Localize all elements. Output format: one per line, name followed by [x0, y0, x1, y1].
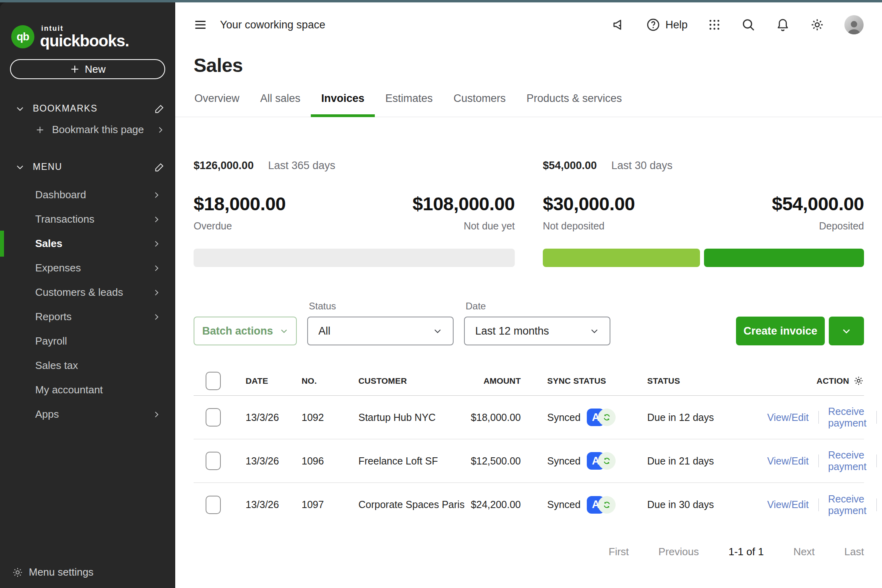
menu-section-header[interactable]: MENU — [15, 161, 165, 172]
avatar[interactable] — [844, 15, 864, 34]
row-checkbox[interactable] — [206, 496, 221, 514]
deposited-bar-segment[interactable] — [704, 249, 864, 267]
view-edit-link[interactable]: View/Edit — [767, 499, 809, 510]
quickbooks-logo: qb intuit quickbooks. — [11, 25, 175, 49]
col-header-sync-status[interactable]: SYNC STATUS — [521, 376, 647, 386]
receive-payment-link[interactable]: Receive payment — [828, 406, 867, 429]
megaphone-icon[interactable] — [612, 18, 626, 32]
view-edit-link[interactable]: View/Edit — [767, 455, 809, 467]
invoice-row-1096[interactable]: 13/3/26 1096 Freelance Loft SF $12,500.0… — [194, 439, 864, 483]
row-checkbox[interactable] — [206, 408, 221, 427]
menu-label: MENU — [33, 161, 154, 172]
sidebar-item-expenses[interactable]: Expenses — [0, 256, 175, 280]
main-content: Your coworking space Help — [175, 2, 882, 588]
search-icon[interactable] — [741, 18, 756, 32]
sync-status-text: Synced — [547, 499, 580, 510]
sidebar-item-customers-leads[interactable]: Customers & leads — [0, 280, 175, 305]
chevron-down-icon — [590, 326, 599, 336]
intuit-label: intuit — [41, 25, 129, 32]
sidebar-item-sales-tax[interactable]: Sales tax — [0, 353, 175, 378]
gear-icon — [12, 567, 23, 578]
chevron-down-icon — [841, 326, 852, 336]
apps-grid-icon[interactable] — [708, 18, 721, 32]
tab-products-services[interactable]: Products & services — [516, 92, 632, 117]
edit-bookmarks-icon[interactable] — [154, 104, 165, 114]
sidebar-item-dashboard[interactable]: Dashboard — [0, 183, 175, 207]
cell-customer: Freelance Loft SF — [358, 455, 467, 467]
edit-menu-icon[interactable] — [154, 162, 165, 172]
cell-invoice-number: 1092 — [302, 412, 358, 423]
batch-actions-label: Batch actions — [202, 325, 273, 337]
pagination-first[interactable]: First — [609, 546, 629, 558]
col-header-date[interactable]: DATE — [246, 376, 302, 386]
receivables-bar-segment[interactable] — [194, 249, 515, 267]
deposits-stat-group: $54,000.00 Last 30 days $30,000.00 $54,0… — [543, 159, 864, 267]
tab-bar: Overview All sales Invoices Estimates Cu… — [175, 92, 882, 117]
col-header-no[interactable]: NO. — [302, 376, 358, 386]
sidebar-item-payroll[interactable]: Payroll — [0, 329, 175, 353]
pagination-range: 1-1 of 1 — [728, 546, 764, 558]
new-button[interactable]: New — [10, 59, 165, 79]
invoice-row-1092[interactable]: 13/3/26 1092 Startup Hub NYC $18,000.00 … — [194, 396, 864, 439]
date-filter: Date Last 12 months — [464, 301, 610, 345]
deposited-label: Deposited — [819, 220, 864, 232]
create-invoice-label: Create invoice — [744, 325, 818, 337]
chevron-right-icon — [152, 191, 161, 199]
pagination-last[interactable]: Last — [844, 546, 864, 558]
table-settings-gear-icon[interactable] — [853, 375, 864, 386]
plus-icon — [70, 64, 80, 74]
batch-actions-button[interactable]: Batch actions — [194, 317, 297, 345]
not-due-amount: $108,000.00 — [412, 193, 515, 215]
status-filter: Status All — [307, 301, 454, 345]
menu-settings-button[interactable]: Menu settings — [0, 566, 175, 588]
cell-action: View/Edit Receive payment — [767, 449, 882, 472]
cell-date: 13/3/26 — [246, 455, 302, 467]
tab-all-sales[interactable]: All sales — [250, 92, 311, 117]
col-header-amount[interactable]: AMOUNT — [467, 376, 521, 386]
cell-invoice-number: 1096 — [302, 455, 358, 467]
cell-status: Due in 30 days — [647, 499, 767, 510]
hamburger-menu-icon[interactable] — [194, 18, 207, 32]
bell-icon[interactable] — [776, 18, 790, 32]
invoice-row-1097[interactable]: 13/3/26 1097 Corporate Spaces Paris $24,… — [194, 483, 864, 526]
tab-customers[interactable]: Customers — [443, 92, 516, 117]
col-header-customer[interactable]: CUSTOMER — [358, 376, 467, 386]
sidebar-item-label: Expenses — [35, 262, 81, 274]
deposited-amount: $54,000.00 — [772, 193, 864, 215]
brand-wordmark: intuit quickbooks. — [40, 25, 129, 49]
sidebar-item-sales[interactable]: Sales — [0, 231, 175, 256]
sidebar-item-reports[interactable]: Reports — [0, 305, 175, 329]
receive-payment-link[interactable]: Receive payment — [828, 493, 867, 516]
col-header-status[interactable]: STATUS — [647, 376, 767, 386]
sidebar-item-apps[interactable]: Apps — [0, 402, 175, 427]
gear-icon[interactable] — [810, 18, 824, 32]
create-invoice-button[interactable]: Create invoice — [736, 317, 825, 345]
cell-customer: Startup Hub NYC — [358, 412, 467, 423]
sidebar-item-transactions[interactable]: Transactions — [0, 207, 175, 231]
bookmarks-section-header[interactable]: BOOKMARKS — [15, 103, 165, 114]
chevron-down-icon — [433, 326, 442, 336]
action-separator — [876, 498, 877, 511]
pagination-previous[interactable]: Previous — [658, 546, 699, 558]
tab-invoices[interactable]: Invoices — [311, 92, 375, 117]
sidebar-item-label: Apps — [35, 408, 59, 421]
stats-section: $126,000.00 Last 365 days $18,000.00 $10… — [194, 159, 864, 267]
tab-estimates[interactable]: Estimates — [375, 92, 443, 117]
chevron-down-icon — [280, 327, 288, 335]
chevron-right-icon — [152, 239, 161, 248]
row-checkbox[interactable] — [206, 452, 221, 470]
sidebar-item-label: Transactions — [35, 213, 94, 225]
help-button[interactable]: Help — [646, 18, 688, 32]
status-select[interactable]: All — [307, 317, 454, 345]
pagination-next[interactable]: Next — [793, 546, 814, 558]
bookmark-this-page[interactable]: Bookmark this page — [35, 124, 165, 136]
sidebar-item-my-accountant[interactable]: My accountant — [0, 378, 175, 402]
select-all-checkbox[interactable] — [206, 372, 221, 390]
view-edit-link[interactable]: View/Edit — [767, 412, 809, 423]
date-select[interactable]: Last 12 months — [464, 317, 610, 345]
create-invoice-dropdown-button[interactable] — [829, 317, 864, 345]
not-deposited-bar-segment[interactable] — [543, 249, 700, 267]
receive-payment-link[interactable]: Receive payment — [828, 449, 867, 472]
tab-overview[interactable]: Overview — [184, 92, 250, 117]
receivables-total: $126,000.00 — [194, 159, 254, 172]
